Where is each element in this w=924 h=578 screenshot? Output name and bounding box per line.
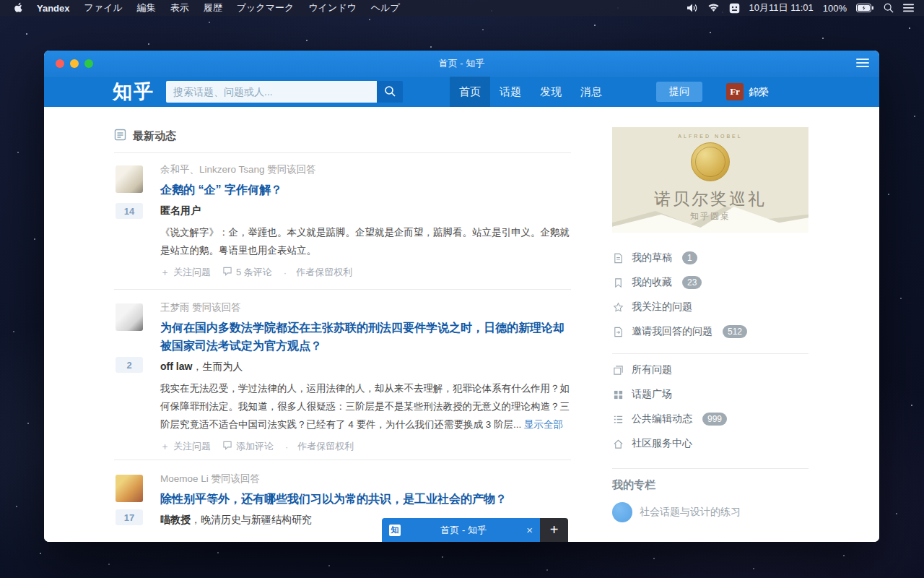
tab-close-icon[interactable]: × xyxy=(526,524,533,536)
answer-author-avatar[interactable] xyxy=(116,475,143,502)
count-badge: 999 xyxy=(702,413,727,426)
follow-question-button[interactable]: 关注问题 xyxy=(160,440,211,453)
sidebar-item-label: 我的收藏 xyxy=(632,276,672,289)
tab-title: 首页 - 知乎 xyxy=(406,524,520,537)
nav-discover[interactable]: 发现 xyxy=(531,77,571,107)
menu-bar-left: Yandex ファイル 編集 表示 履歴 ブックマーク ウインドウ ヘルプ xyxy=(0,1,407,14)
feed-icon xyxy=(114,129,126,143)
comments-button[interactable]: 5 条评论 xyxy=(222,266,272,279)
zhihu-logo[interactable]: 知乎 xyxy=(113,79,154,105)
search-button[interactable] xyxy=(377,81,403,103)
notification-center-icon[interactable] xyxy=(903,4,914,12)
wifi-icon[interactable] xyxy=(707,4,720,12)
sidebar-item-invited-questions[interactable]: 邀请我回答的问题 512 xyxy=(612,319,808,344)
answer-author-avatar[interactable] xyxy=(116,303,143,331)
stack-icon xyxy=(612,365,624,376)
my-columns-header: 我的专栏 xyxy=(612,478,655,492)
primary-nav: 首页 话题 发现 消息 xyxy=(450,77,611,107)
browser-window: 首页 - 知乎 知乎 首页 话题 发现 消息 提问 Fr 錦榮 最新动态 xyxy=(44,51,879,542)
answer-author-avatar[interactable] xyxy=(116,165,143,193)
answer-excerpt: 我实在无法忍受，学过法律的人，运用法律的人，却从来不去理解，犯罪论体系有什么作用… xyxy=(160,379,571,434)
list-icon xyxy=(612,414,624,425)
zoom-button[interactable] xyxy=(84,59,93,68)
count-badge: 512 xyxy=(723,325,747,338)
close-button[interactable] xyxy=(56,59,64,68)
minimize-button[interactable] xyxy=(70,59,79,68)
app-menu-yandex[interactable]: Yandex xyxy=(30,3,77,14)
menu-window[interactable]: ウインドウ xyxy=(301,1,364,14)
feed-item-actions: 关注问题 添加评论 作者保留权利 xyxy=(160,440,571,453)
count-badge: 1 xyxy=(682,251,697,264)
sidebar-item-followed-questions[interactable]: 我关注的问题 xyxy=(612,295,808,319)
window-titlebar[interactable]: 首页 - 知乎 xyxy=(44,51,879,77)
answer-author-line[interactable]: 匿名用户 xyxy=(160,204,571,217)
browser-menu-icon[interactable] xyxy=(856,59,869,69)
macos-menu-bar: Yandex ファイル 編集 表示 履歴 ブックマーク ウインドウ ヘルプ 10… xyxy=(0,0,924,16)
user-avatar[interactable]: Fr xyxy=(726,83,744,100)
search-form xyxy=(166,81,403,103)
nav-home[interactable]: 首页 xyxy=(450,77,490,107)
tab-zhihu[interactable]: 知 首页 - 知乎 × xyxy=(382,518,540,542)
sidebar-item-my-drafts[interactable]: 我的草稿 1 xyxy=(612,246,808,270)
feed-item-actions: 关注问题 5 条评论 作者保留权利 xyxy=(160,266,571,279)
menu-view[interactable]: 表示 xyxy=(163,1,196,14)
answer-author-line[interactable]: off law，生而为人 xyxy=(160,361,571,373)
question-title-link[interactable]: 为何在国内多数法学院都还在主张苏联的刑法四要件学说之时，日德的新理论却被国家司法… xyxy=(160,319,571,355)
sidebar-item-label: 话题广场 xyxy=(632,388,672,401)
sidebar-item-topic-square[interactable]: 话题广场 xyxy=(612,382,808,407)
battery-icon[interactable] xyxy=(856,4,874,12)
divider xyxy=(114,460,571,460)
input-source-icon[interactable] xyxy=(729,3,740,14)
menu-help[interactable]: ヘルプ xyxy=(364,1,407,14)
sidebar-item-my-collections[interactable]: 我的收藏 23 xyxy=(612,270,808,295)
menu-edit[interactable]: 編集 xyxy=(130,1,163,14)
menu-history[interactable]: 履歴 xyxy=(196,1,230,14)
sidebar-item-label: 社区服务中心 xyxy=(632,437,692,450)
bookmark-icon xyxy=(612,277,624,288)
user-name[interactable]: 錦榮 xyxy=(749,86,769,99)
comment-icon xyxy=(222,441,232,452)
banner-small-label: ALFRED NOBEL xyxy=(612,134,808,139)
menu-bar-status: 10月11日 11:01 100% xyxy=(687,1,924,14)
question-title-link[interactable]: 企鹅的 “企” 字作何解？ xyxy=(160,181,571,199)
show-all-link[interactable]: 显示全部 xyxy=(524,419,563,430)
spotlight-search-icon[interactable] xyxy=(884,3,894,13)
menu-bar-clock[interactable]: 10月11日 11:01 xyxy=(749,1,814,14)
window-title: 首页 - 知乎 xyxy=(439,57,485,70)
search-input[interactable] xyxy=(166,81,377,103)
ask-question-button[interactable]: 提问 xyxy=(656,82,702,102)
banner-title: 诺贝尔奖巡礼 xyxy=(612,188,808,210)
divider xyxy=(114,289,571,290)
star-icon xyxy=(612,302,624,313)
search-icon xyxy=(384,85,396,99)
author-rights-label: 作者保留权利 xyxy=(285,440,354,453)
question-title-link[interactable]: 除性别平等外，还有哪些我们习以为常的共识，是工业社会的产物？ xyxy=(160,490,571,508)
sidebar-item-label: 我的草稿 xyxy=(632,251,672,264)
menu-file[interactable]: ファイル xyxy=(77,1,130,14)
sidebar-site-links: 所有问题 话题广场 公共编辑动态 999 社区服务中心 xyxy=(612,358,808,456)
document-icon xyxy=(612,253,624,264)
nobel-banner[interactable]: ALFRED NOBEL 诺贝尔奖巡礼 知乎圆桌 xyxy=(612,127,808,233)
column-list-item[interactable]: 社会话题与设计的练习 xyxy=(612,502,741,522)
vote-count[interactable]: 2 xyxy=(116,357,143,373)
feed-header-label: 最新动态 xyxy=(133,129,176,143)
menu-bookmarks[interactable]: ブックマーク xyxy=(230,1,302,14)
volume-icon[interactable] xyxy=(687,4,698,12)
vote-count[interactable]: 17 xyxy=(116,509,143,525)
follow-question-button[interactable]: 关注问题 xyxy=(160,266,211,279)
sidebar-item-label: 所有问题 xyxy=(632,363,672,376)
count-badge: 23 xyxy=(682,276,702,289)
vote-count[interactable]: 14 xyxy=(116,203,143,219)
sidebar-item-public-edits[interactable]: 公共编辑动态 999 xyxy=(612,407,808,431)
sidebar-item-label: 公共编辑动态 xyxy=(632,413,692,426)
new-tab-button[interactable]: + xyxy=(540,518,568,542)
nav-messages[interactable]: 消息 xyxy=(571,77,611,107)
sidebar-item-community-service[interactable]: 社区服务中心 xyxy=(612,431,808,456)
add-comment-button[interactable]: 添加评论 xyxy=(222,440,274,453)
nav-topics[interactable]: 话题 xyxy=(490,77,531,107)
apple-menu-icon[interactable] xyxy=(7,2,30,14)
browser-tab-bar: 知 首页 - 知乎 × + xyxy=(382,518,568,542)
page-content: 最新动态 14 余和平、Linkzero Tsang 赞同该回答 企鹅的 “企”… xyxy=(44,107,879,542)
sidebar-item-all-questions[interactable]: 所有问题 xyxy=(612,358,808,382)
divider xyxy=(612,353,808,354)
